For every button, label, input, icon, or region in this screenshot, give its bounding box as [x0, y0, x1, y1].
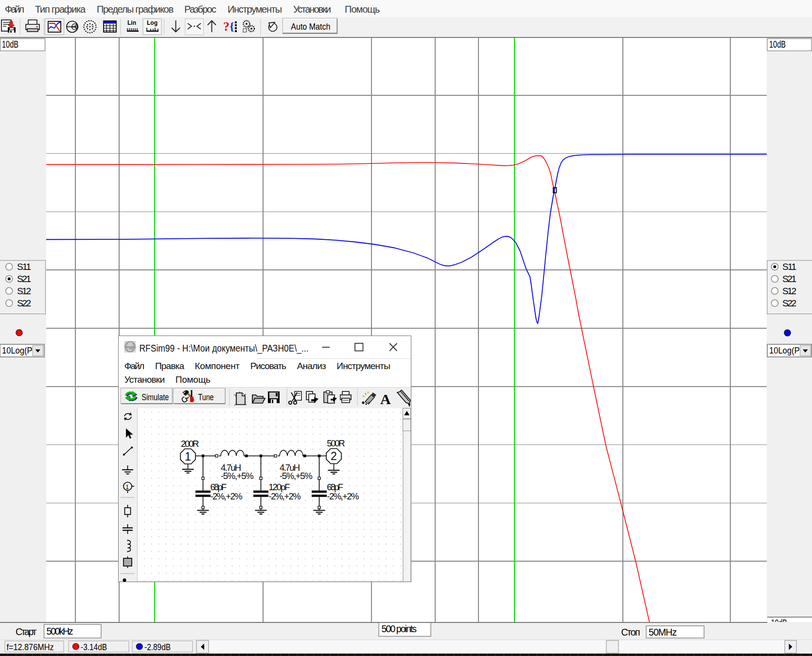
svg-text:Анализ: Анализ: [297, 361, 326, 371]
svg-text:500kHz: 500kHz: [47, 626, 73, 637]
svg-text:10dB: 10dB: [2, 39, 18, 50]
svg-text:Тип графика: Тип графика: [35, 4, 86, 15]
svg-text:Инструменты: Инструменты: [336, 361, 390, 371]
svg-text:Разброс: Разброс: [184, 4, 216, 15]
svg-text:1: 1: [125, 483, 129, 491]
svg-text:Стоп: Стоп: [621, 627, 640, 638]
svg-text:f=12.876MHz: f=12.876MHz: [6, 642, 53, 652]
svg-text:S21: S21: [782, 274, 796, 284]
svg-text:Пределы графиков: Пределы графиков: [97, 4, 174, 15]
svg-text:-2%,+2%: -2%,+2%: [327, 491, 359, 501]
svg-text:S12: S12: [17, 286, 31, 296]
svg-text:68pF: 68pF: [327, 482, 343, 492]
svg-text:-2%,+2%: -2%,+2%: [210, 491, 242, 501]
svg-text:?: ?: [223, 19, 229, 34]
svg-text:Lin: Lin: [127, 19, 136, 26]
svg-text:-2%,+2%: -2%,+2%: [268, 491, 300, 501]
svg-text:50MHz: 50MHz: [649, 627, 677, 638]
svg-text:Файл: Файл: [124, 361, 144, 371]
svg-text:Рисовать: Рисовать: [250, 361, 286, 371]
svg-text:Tune: Tune: [198, 392, 214, 402]
svg-text:S22: S22: [17, 298, 31, 308]
svg-text:S21: S21: [17, 274, 31, 284]
svg-text:68pF: 68pF: [210, 482, 227, 492]
svg-text:RFSim99 - H:\Мои документы\_РА: RFSim99 - H:\Мои документы\_РАЗН0Е\_...: [140, 343, 309, 354]
svg-text:Правка: Правка: [155, 361, 184, 371]
svg-text:S11: S11: [782, 262, 796, 272]
svg-text:Старт: Старт: [16, 626, 37, 637]
svg-text:Log: Log: [147, 19, 158, 26]
svg-text:Simulate: Simulate: [141, 392, 169, 402]
svg-text:120pF: 120pF: [268, 482, 290, 492]
svg-text:10Log(P): 10Log(P): [2, 345, 35, 355]
svg-text:1: 1: [185, 450, 191, 463]
svg-text:500 points: 500 points: [382, 623, 417, 634]
svg-text:-2.89dB: -2.89dB: [144, 642, 171, 652]
svg-text:Помощь: Помощь: [345, 4, 380, 15]
svg-text:S11: S11: [17, 262, 31, 272]
svg-text:Установки: Установки: [293, 4, 331, 15]
svg-text:Инструменты: Инструменты: [228, 4, 282, 15]
svg-text:Компонент: Компонент: [195, 361, 240, 371]
svg-text:-3.14dB: -3.14dB: [81, 642, 107, 652]
svg-text:S22: S22: [782, 298, 796, 308]
svg-text:-5%,+5%: -5%,+5%: [221, 471, 254, 481]
svg-text:200R: 200R: [181, 439, 199, 449]
svg-text:2: 2: [331, 450, 337, 462]
svg-text:Установки: Установки: [124, 374, 165, 385]
svg-text:Помощь: Помощь: [176, 374, 211, 385]
svg-text:500R: 500R: [327, 438, 345, 448]
svg-text:Auto Match: Auto Match: [291, 21, 330, 32]
svg-text:S12: S12: [782, 286, 796, 296]
svg-text:A: A: [380, 391, 391, 407]
svg-text:{: {: [229, 20, 234, 33]
svg-text:Файл: Файл: [5, 4, 24, 15]
svg-text:-5%,+5%: -5%,+5%: [280, 471, 313, 481]
svg-text:10Log(P): 10Log(P): [769, 345, 802, 355]
svg-text:10dB: 10dB: [769, 39, 786, 50]
